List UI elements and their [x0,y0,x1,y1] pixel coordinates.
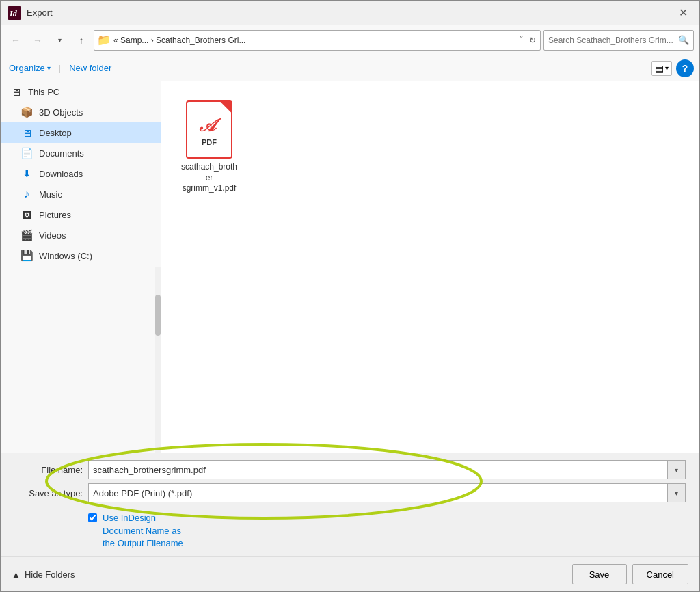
cancel-button[interactable]: Cancel [632,564,688,584]
save-type-dropdown-arrow[interactable]: ▾ [667,484,685,502]
view-chevron-icon: ▾ [665,64,669,72]
pdf-icon: 𝒜 PDF [185,99,234,159]
checkbox-subtext: Document Name asthe Output Filename [103,526,183,548]
filename-row: File name: scathach_brothersgrimm.pdf ▾ [14,460,686,479]
use-indesign-checkbox[interactable] [88,513,97,522]
back-button[interactable]: ← [6,31,25,50]
sidebar-label-windows: Windows (C:) [39,251,92,261]
file-name-dropdown-arrow[interactable]: ▾ [667,461,685,479]
file-name-label: File name: [14,465,83,475]
documents-icon [20,146,33,160]
view-button[interactable]: ▤ ▾ [651,61,672,76]
hide-folders-chevron-icon: ▲ [12,569,21,580]
help-button[interactable]: ? [676,59,694,77]
search-input[interactable] [548,36,675,45]
sidebar-item-desktop[interactable]: Desktop [1,122,161,143]
sidebar-item-3dobjects[interactable]: 3D Objects [1,102,161,122]
organize-chevron-icon: ▾ [47,64,51,72]
sidebar-label-videos: Videos [39,230,66,241]
folder-icon: 📁 [97,33,111,46]
hide-folders-label: Hide Folders [25,569,75,580]
sidebar-label-3dobjects: 3D Objects [39,107,83,118]
thispc-icon [9,85,23,98]
scrollbar-track[interactable] [155,267,161,453]
address-dropdown-button[interactable]: ˅ [518,36,525,44]
search-bar[interactable]: 🔍 [543,30,694,51]
close-button[interactable]: ✕ [673,3,692,23]
sidebar-item-thispc[interactable]: This PC [1,81,161,102]
sidebar-scroll: This PC 3D Objects Desktop Documents Dow… [1,81,161,267]
checkbox-label: Use InDesign Document Name asthe Output … [103,512,183,550]
save-type-value: Adobe PDF (Print) (*.pdf) [89,488,667,498]
bottom-wrapper: File name: scathach_brothersgrimm.pdf ▾ … [1,453,699,556]
organize-button[interactable]: Organize ▾ [6,62,53,75]
app-icon: Id [8,6,21,20]
sidebar-item-windows[interactable]: Windows (C:) [1,245,161,266]
file-name-value: scathach_brothersgrimm.pdf [89,465,667,475]
pdf-file-item[interactable]: 𝒜 PDF scathach_brothersgrimm_v1.pdf [175,95,243,198]
save-type-label: Save as type: [14,488,83,498]
svg-text:Id: Id [9,9,18,18]
address-path: « Samp... › Scathach_Brothers Gri... [113,36,515,45]
svg-text:𝒜: 𝒜 [199,116,221,135]
sidebar: This PC 3D Objects Desktop Documents Dow… [1,81,161,453]
downloads-icon [20,167,33,180]
refresh-button[interactable]: ↻ [528,36,537,45]
file-content-area: 𝒜 PDF scathach_brothersgrimm_v1.pdf [161,81,699,453]
action-toolbar: Organize ▾ | New folder ▤ ▾ ? [1,55,699,81]
sidebar-label-desktop: Desktop [39,128,72,138]
footer-buttons: Save Cancel [572,564,688,584]
desktop-icon [20,126,33,139]
export-dialog: Id Export ✕ ← → ▾ ↑ 📁 « Samp... › Scatha… [0,0,700,592]
view-icon: ▤ [655,63,664,74]
pdf-icon-bg: 𝒜 PDF [186,100,232,159]
savetype-row: Save as type: Adobe PDF (Print) (*.pdf) … [14,483,686,502]
file-name-input[interactable]: scathach_brothersgrimm.pdf ▾ [88,460,686,479]
sidebar-label-thispc: This PC [28,87,59,97]
forward-button[interactable]: → [28,31,47,50]
windows-icon [20,249,33,263]
file-item-name: scathach_brothersgrimm_v1.pdf [179,162,239,194]
music-icon [20,187,33,201]
toolbar2-right: ▤ ▾ ? [651,59,694,77]
sidebar-item-pictures[interactable]: Pictures [1,204,161,225]
main-area: This PC 3D Objects Desktop Documents Dow… [1,81,699,453]
sidebar-label-downloads: Downloads [39,169,83,179]
organize-label: Organize [9,63,45,73]
footer: ▲ Hide Folders Save Cancel [1,556,699,591]
up-button[interactable]: ↑ [72,31,91,50]
save-button[interactable]: Save [572,564,627,584]
search-icon: 🔍 [678,35,689,45]
scrollbar-thumb[interactable] [155,295,161,336]
sidebar-item-documents[interactable]: Documents [1,143,161,163]
file-list: 𝒜 PDF scathach_brothersgrimm_v1.pdf [175,95,686,198]
dropdown-nav-button[interactable]: ▾ [50,31,69,50]
sidebar-item-downloads[interactable]: Downloads [1,163,161,184]
sidebar-label-pictures: Pictures [39,210,71,220]
sidebar-label-music: Music [39,189,62,200]
save-type-input[interactable]: Adobe PDF (Print) (*.pdf) ▾ [88,483,686,502]
sidebar-label-documents: Documents [39,148,84,159]
sidebar-item-videos[interactable]: Videos [1,225,161,245]
sidebar-item-music[interactable]: Music [1,184,161,204]
address-bar[interactable]: 📁 « Samp... › Scathach_Brothers Gri... ˅… [94,30,541,51]
hide-folders-button[interactable]: ▲ Hide Folders [12,569,75,580]
pictures-icon [20,208,33,221]
pdf-corner [220,102,231,113]
videos-icon [20,228,33,242]
pdf-label: PDF [202,138,217,146]
acrobat-logo-icon: 𝒜 [197,112,221,137]
bottom-section: File name: scathach_brothersgrimm.pdf ▾ … [1,453,699,556]
titlebar: Id Export ✕ [1,1,699,25]
dialog-title: Export [27,8,668,18]
navigation-toolbar: ← → ▾ ↑ 📁 « Samp... › Scathach_Brothers … [1,25,699,55]
3dobjects-icon [20,105,33,119]
new-folder-button[interactable]: New folder [66,62,114,75]
checkbox-row: Use InDesign Document Name asthe Output … [14,507,686,550]
